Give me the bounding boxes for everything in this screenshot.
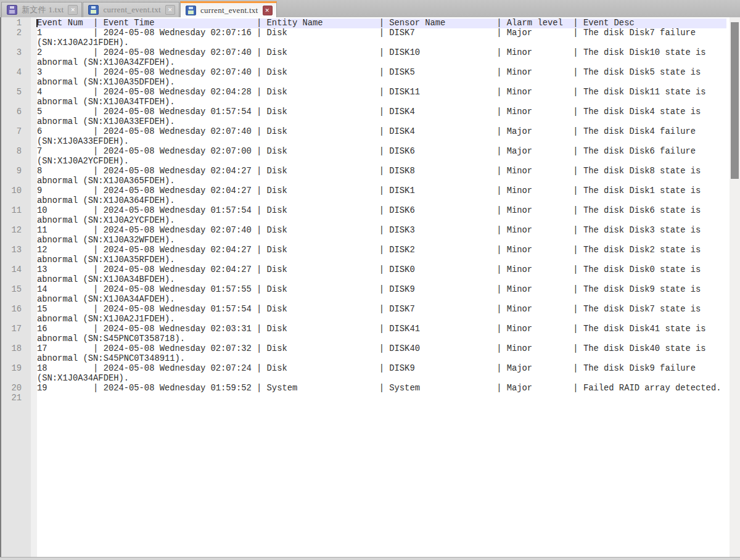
line-text[interactable]: 7 | 2024-05-08 Wednesday 02:07:00 | Disk… (37, 147, 726, 167)
line-number: 10 (1, 186, 37, 206)
editor-line[interactable]: 43 | 2024-05-08 Wednesday 02:07:40 | Dis… (1, 68, 740, 88)
line-text[interactable]: 9 | 2024-05-08 Wednesday 02:04:27 | Disk… (37, 186, 726, 206)
line-text[interactable]: 12 | 2024-05-08 Wednesday 02:04:27 | Dis… (37, 245, 726, 265)
vertical-scrollbar-track[interactable] (730, 17, 740, 557)
bottom-window-border (0, 557, 740, 560)
close-tab-icon[interactable]: ✕ (165, 5, 175, 15)
editor-line[interactable]: 1312 | 2024-05-08 Wednesday 02:04:27 | D… (1, 245, 740, 265)
editor-line[interactable]: 76 | 2024-05-08 Wednesday 02:07:40 | Dis… (1, 127, 740, 147)
line-number: 9 (1, 167, 37, 186)
line-text[interactable]: 19 | 2024-05-08 Wednesday 01:59:52 | Sys… (37, 384, 726, 393)
line-number: 15 (1, 285, 37, 305)
tab-current-event-active[interactable]: current_event.txt ✕ (180, 1, 277, 17)
line-number: 17 (1, 324, 37, 344)
line-number: 12 (1, 226, 37, 245)
text-cursor (36, 19, 38, 27)
editor-line[interactable]: 109 | 2024-05-08 Wednesday 02:04:27 | Di… (1, 186, 740, 206)
line-text[interactable]: 2 | 2024-05-08 Wednesday 02:07:40 | Disk… (37, 48, 726, 68)
editor-line[interactable]: 1211 | 2024-05-08 Wednesday 02:07:40 | D… (1, 226, 740, 245)
text-editor-window: { "tabs": [ { "title": "新文件 1.txt", "sav… (0, 0, 740, 560)
line-number: 11 (1, 206, 37, 226)
line-number: 1 (1, 19, 37, 28)
line-number: 7 (1, 127, 37, 147)
line-text[interactable]: 1 | 2024-05-08 Wednesday 02:07:16 | Disk… (37, 28, 726, 48)
line-number: 4 (1, 68, 37, 88)
line-text[interactable]: 6 | 2024-05-08 Wednesday 02:07:40 | Disk… (37, 127, 726, 147)
editor-line[interactable]: 1110 | 2024-05-08 Wednesday 01:57:54 | D… (1, 206, 740, 226)
line-number: 13 (1, 245, 37, 265)
close-tab-icon[interactable]: ✕ (263, 6, 273, 15)
saved-file-icon (7, 5, 17, 15)
line-text[interactable]: 11 | 2024-05-08 Wednesday 02:07:40 | Dis… (37, 226, 726, 245)
editor-line[interactable]: 87 | 2024-05-08 Wednesday 02:07:00 | Dis… (1, 147, 740, 167)
saved-file-icon (186, 6, 196, 15)
line-number: 8 (1, 147, 37, 167)
line-text[interactable]: 16 | 2024-05-08 Wednesday 02:03:31 | Dis… (37, 324, 726, 344)
editor-area[interactable]: 1Event Num | Event Time | Entity Name | … (0, 17, 740, 557)
editor-line[interactable]: 1615 | 2024-05-08 Wednesday 01:57:54 | D… (1, 305, 740, 324)
line-text[interactable]: 14 | 2024-05-08 Wednesday 01:57:55 | Dis… (37, 285, 726, 305)
line-number: 2 (1, 28, 37, 48)
editor-line[interactable]: 32 | 2024-05-08 Wednesday 02:07:40 | Dis… (1, 48, 740, 68)
editor-line[interactable]: 21 (1, 393, 740, 403)
editor-line[interactable]: 65 | 2024-05-08 Wednesday 01:57:54 | Dis… (1, 107, 740, 127)
line-text[interactable]: 13 | 2024-05-08 Wednesday 02:04:27 | Dis… (37, 265, 726, 285)
editor-line[interactable]: 98 | 2024-05-08 Wednesday 02:04:27 | Dis… (1, 167, 740, 186)
saved-file-icon (88, 5, 99, 15)
line-number: 19 (1, 364, 37, 384)
line-text[interactable]: Event Num | Event Time | Entity Name | S… (37, 19, 726, 28)
editor-line[interactable]: 1716 | 2024-05-08 Wednesday 02:03:31 | D… (1, 324, 740, 344)
tab-title: current_event.txt (103, 5, 161, 15)
editor-line[interactable]: 54 | 2024-05-08 Wednesday 02:04:28 | Dis… (1, 88, 740, 107)
close-tab-icon[interactable]: ✕ (68, 5, 78, 15)
vertical-scrollbar-thumb[interactable] (731, 22, 739, 179)
tab-title: current_event.txt (200, 6, 258, 15)
tab-title: 新文件 1.txt (22, 4, 64, 15)
line-text[interactable]: 5 | 2024-05-08 Wednesday 01:57:54 | Disk… (37, 107, 726, 127)
editor-line[interactable]: 1413 | 2024-05-08 Wednesday 02:04:27 | D… (1, 265, 740, 285)
line-number: 14 (1, 265, 37, 285)
tab-current-event-1[interactable]: current_event.txt ✕ (83, 2, 179, 17)
line-text[interactable]: 15 | 2024-05-08 Wednesday 01:57:54 | Dis… (37, 305, 726, 324)
line-number: 3 (1, 48, 37, 68)
editor-line[interactable]: 1918 | 2024-05-08 Wednesday 02:07:24 | D… (1, 364, 740, 384)
line-text[interactable]: 4 | 2024-05-08 Wednesday 02:04:28 | Disk… (37, 88, 726, 107)
tab-bar: 新文件 1.txt ✕ current_event.txt ✕ current_… (0, 0, 740, 17)
editor-line[interactable]: 21 | 2024-05-08 Wednesday 02:07:16 | Dis… (1, 28, 740, 48)
line-text[interactable]: 18 | 2024-05-08 Wednesday 02:07:24 | Dis… (37, 364, 726, 384)
editor-lines[interactable]: 1Event Num | Event Time | Entity Name | … (1, 17, 740, 403)
line-number: 5 (1, 88, 37, 107)
tab-new-file-1[interactable]: 新文件 1.txt ✕ (1, 2, 82, 17)
line-number: 6 (1, 107, 37, 127)
editor-line[interactable]: 1514 | 2024-05-08 Wednesday 01:57:55 | D… (1, 285, 740, 305)
line-text[interactable]: 10 | 2024-05-08 Wednesday 01:57:54 | Dis… (37, 206, 726, 226)
line-text[interactable]: 17 | 2024-05-08 Wednesday 02:07:32 | Dis… (37, 344, 726, 364)
line-text[interactable]: 8 | 2024-05-08 Wednesday 02:04:27 | Disk… (37, 167, 726, 186)
line-number: 20 (1, 384, 37, 393)
editor-line[interactable]: 1Event Num | Event Time | Entity Name | … (1, 19, 740, 28)
line-number: 21 (1, 393, 37, 403)
line-text[interactable] (37, 393, 726, 403)
editor-line[interactable]: 1817 | 2024-05-08 Wednesday 02:07:32 | D… (1, 344, 740, 364)
line-number: 18 (1, 344, 37, 364)
line-number: 16 (1, 305, 37, 324)
editor-line[interactable]: 2019 | 2024-05-08 Wednesday 01:59:52 | S… (1, 384, 740, 393)
line-text[interactable]: 3 | 2024-05-08 Wednesday 02:07:40 | Disk… (37, 68, 726, 88)
